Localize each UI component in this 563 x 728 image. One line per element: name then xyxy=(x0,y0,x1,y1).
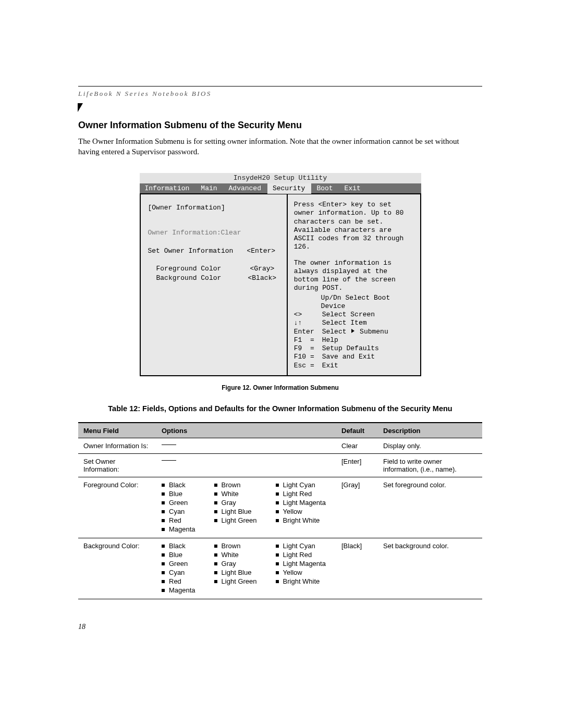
bios-tab-exit[interactable]: Exit xyxy=(339,183,367,194)
page-corner-marker xyxy=(78,103,83,112)
help-key-row: F1 =Help xyxy=(294,336,415,344)
set-owner-info-label: Set Owner Information xyxy=(148,247,247,255)
table-row: Set Owner Information:[Enter]Field to wr… xyxy=(78,453,482,477)
bios-tab-information[interactable]: Information xyxy=(140,183,196,194)
option-item: White xyxy=(214,490,257,498)
option-item: Red xyxy=(162,516,195,524)
fields-table: Menu FieldOptionsDefaultDescription Owne… xyxy=(78,422,482,599)
owner-info-value: Clear xyxy=(221,229,241,237)
description-cell: Field to write owner information, (i.e.,… xyxy=(378,453,482,477)
bios-tab-advanced[interactable]: Advanced xyxy=(224,183,267,194)
description-cell: Set foreground color. xyxy=(378,477,482,538)
option-item: Gray xyxy=(214,499,257,507)
option-item: Brown xyxy=(214,481,257,489)
menu-field-cell: Owner Information Is: xyxy=(78,438,156,453)
default-cell: [Enter] xyxy=(336,453,378,477)
bios-help-pane: Press <Enter> key to set owner informati… xyxy=(288,194,420,375)
help-key-row: Esc =Exit xyxy=(294,362,415,370)
bg-color-label: Background Color xyxy=(156,274,248,282)
page-number: 18 xyxy=(78,623,482,631)
default-cell: [Black] xyxy=(336,538,378,599)
help-key-row: Up/Dn Select Boot Device xyxy=(294,294,415,311)
help-key-row: F9 =Setup Defaults xyxy=(294,344,415,353)
option-item: Green xyxy=(162,560,195,567)
option-item: Light Green xyxy=(214,516,257,524)
option-item: Cyan xyxy=(162,569,195,576)
option-item: Cyan xyxy=(162,508,195,515)
option-item: Black xyxy=(162,542,195,550)
description-cell: Display only. xyxy=(378,438,482,453)
default-cell: Clear xyxy=(336,438,378,453)
bios-group-header: [Owner Information] xyxy=(148,204,225,212)
set-owner-info-value: <Enter> xyxy=(247,247,276,255)
owner-info-label: Owner Information: xyxy=(148,229,221,237)
menu-field-cell: Set Owner Information: xyxy=(78,453,156,477)
table-header: Menu Field xyxy=(78,423,156,438)
help-paragraph-2: The owner information is always displaye… xyxy=(294,259,415,293)
table-header: Default xyxy=(336,423,378,438)
option-item: Light Red xyxy=(276,551,326,559)
section-title: Owner Information Submenu of the Securit… xyxy=(78,120,482,131)
option-item: Blue xyxy=(162,490,195,498)
option-item: Green xyxy=(162,499,195,507)
table-caption: Table 12: Fields, Options and Defaults f… xyxy=(78,404,482,413)
option-item: Light Green xyxy=(214,577,257,585)
options-cell: BlackBlueGreenCyanRedMagentaBrownWhiteGr… xyxy=(156,538,336,599)
option-item: Light Cyan xyxy=(276,481,326,489)
menu-field-cell: Background Color: xyxy=(78,538,156,599)
option-item: Yellow xyxy=(276,508,326,515)
options-cell: BlackBlueGreenCyanRedMagentaBrownWhiteGr… xyxy=(156,477,336,538)
section-description: The Owner Information Submenu is for set… xyxy=(78,136,482,157)
bios-title: InsydeH20 Setup Utility xyxy=(140,173,421,183)
option-item: Magenta xyxy=(162,586,195,594)
option-item: Black xyxy=(162,481,195,489)
description-cell: Set background color. xyxy=(378,538,482,599)
bios-tab-boot[interactable]: Boot xyxy=(311,183,339,194)
bios-tab-main[interactable]: Main xyxy=(195,183,223,194)
fg-color-value: <Gray> xyxy=(250,265,275,273)
option-item: Light Blue xyxy=(214,569,257,576)
option-item: Light Cyan xyxy=(276,542,326,550)
figure-caption: Figure 12. Owner Information Submenu xyxy=(78,384,482,391)
table-header: Options xyxy=(156,423,336,438)
help-key-row: F10 =Save and Exit xyxy=(294,353,415,361)
fg-color-label: Foreground Color xyxy=(156,265,250,273)
page-header: LifeBook N Series Notebook BIOS xyxy=(78,90,482,98)
default-cell: [Gray] xyxy=(336,477,378,538)
option-item: Light Magenta xyxy=(276,499,326,507)
help-paragraph-1: Press <Enter> key to set owner informati… xyxy=(294,201,415,252)
bios-window: InsydeH20 Setup Utility InformationMainA… xyxy=(140,173,421,376)
option-item: Light Blue xyxy=(214,508,257,515)
table-header: Description xyxy=(378,423,482,438)
option-item: Brown xyxy=(214,542,257,550)
bg-color-value: <Black> xyxy=(248,274,277,282)
bios-left-pane: [Owner Information] Owner Information: C… xyxy=(141,194,288,375)
option-item: Blue xyxy=(162,551,195,559)
help-key-row: EnterSelect Submenu xyxy=(294,328,415,336)
option-item: Magenta xyxy=(162,525,195,533)
options-cell xyxy=(156,453,336,477)
option-item: White xyxy=(214,551,257,559)
option-item: Gray xyxy=(214,560,257,567)
bios-tab-security[interactable]: Security xyxy=(267,183,311,194)
table-row: Foreground Color:BlackBlueGreenCyanRedMa… xyxy=(78,477,482,538)
option-item: Light Red xyxy=(276,490,326,498)
bios-tab-bar: InformationMainAdvancedSecurityBootExit xyxy=(140,183,421,194)
option-item: Bright White xyxy=(276,577,326,585)
help-key-row: ↓↑Select Item xyxy=(294,319,415,327)
option-item: Yellow xyxy=(276,569,326,576)
help-key-row: <>Select Screen xyxy=(294,311,415,319)
options-cell xyxy=(156,438,336,453)
option-item: Red xyxy=(162,577,195,585)
menu-field-cell: Foreground Color: xyxy=(78,477,156,538)
table-row: Background Color:BlackBlueGreenCyanRedMa… xyxy=(78,538,482,599)
option-item: Bright White xyxy=(276,516,326,524)
option-item: Light Magenta xyxy=(276,560,326,567)
table-row: Owner Information Is:ClearDisplay only. xyxy=(78,438,482,453)
